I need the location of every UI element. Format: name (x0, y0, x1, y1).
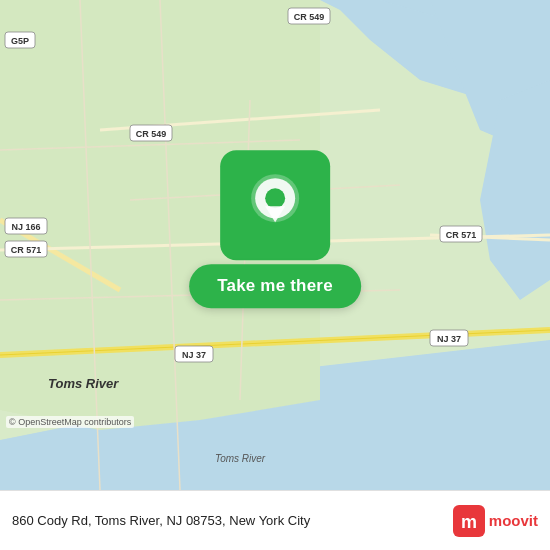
svg-text:NJ 37: NJ 37 (437, 334, 461, 344)
svg-text:m: m (461, 512, 477, 532)
take-me-there-button[interactable]: Take me there (189, 264, 361, 308)
moovit-text: moovit (489, 512, 538, 529)
map-pin-icon-bg (220, 150, 330, 260)
address-text: 860 Cody Rd, Toms River, NJ 08753, New Y… (12, 513, 445, 528)
location-pin-icon (247, 170, 303, 240)
svg-text:NJ 37: NJ 37 (182, 350, 206, 360)
take-me-there-container[interactable]: Take me there (189, 150, 361, 308)
moovit-icon: m (453, 505, 485, 537)
svg-text:CR 571: CR 571 (446, 230, 477, 240)
svg-text:NJ 166: NJ 166 (11, 222, 40, 232)
map-container: CR 549 CR 549 CR 571 CR 571 NJ 166 NJ 37… (0, 0, 550, 490)
svg-text:Toms River: Toms River (215, 453, 266, 464)
svg-point-40 (265, 188, 285, 208)
svg-text:CR 549: CR 549 (136, 129, 167, 139)
bottom-bar: 860 Cody Rd, Toms River, NJ 08753, New Y… (0, 490, 550, 550)
osm-credit: © OpenStreetMap contributors (6, 416, 134, 428)
svg-text:Toms River: Toms River (48, 376, 119, 391)
svg-text:CR 549: CR 549 (294, 12, 325, 22)
svg-text:CR 571: CR 571 (11, 245, 42, 255)
svg-text:G5P: G5P (11, 36, 29, 46)
moovit-logo: m moovit (453, 505, 538, 537)
